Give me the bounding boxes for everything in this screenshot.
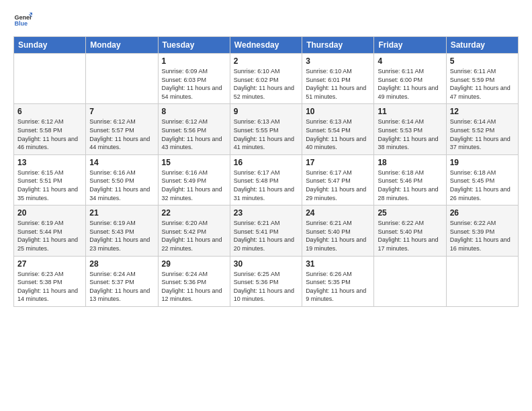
calendar-cell: 6Sunrise: 6:12 AM Sunset: 5:58 PM Daylig… bbox=[14, 104, 86, 154]
day-info: Sunrise: 6:22 AM Sunset: 5:39 PM Dayligh… bbox=[450, 219, 515, 253]
day-number: 15 bbox=[162, 158, 226, 167]
day-number: 20 bbox=[17, 208, 82, 218]
day-info: Sunrise: 6:13 AM Sunset: 5:54 PM Dayligh… bbox=[306, 118, 370, 151]
calendar-cell: 18Sunrise: 6:18 AM Sunset: 5:46 PM Dayli… bbox=[374, 154, 446, 205]
day-info: Sunrise: 6:11 AM Sunset: 6:00 PM Dayligh… bbox=[378, 67, 442, 101]
day-info: Sunrise: 6:22 AM Sunset: 5:40 PM Dayligh… bbox=[378, 219, 442, 253]
weekday-header-wednesday: Wednesday bbox=[230, 37, 302, 54]
day-info: Sunrise: 6:16 AM Sunset: 5:50 PM Dayligh… bbox=[89, 169, 154, 202]
calendar-cell: 22Sunrise: 6:20 AM Sunset: 5:42 PM Dayli… bbox=[158, 205, 230, 256]
calendar-cell: 25Sunrise: 6:22 AM Sunset: 5:40 PM Dayli… bbox=[374, 205, 446, 256]
weekday-header-thursday: Thursday bbox=[302, 37, 374, 54]
day-number: 19 bbox=[450, 158, 515, 167]
day-number: 10 bbox=[306, 107, 370, 116]
calendar-cell bbox=[86, 54, 158, 104]
day-number: 12 bbox=[450, 107, 515, 116]
calendar-cell: 29Sunrise: 6:24 AM Sunset: 5:36 PM Dayli… bbox=[158, 256, 230, 306]
calendar-cell: 17Sunrise: 6:17 AM Sunset: 5:47 PM Dayli… bbox=[302, 154, 374, 205]
calendar-cell: 12Sunrise: 6:14 AM Sunset: 5:52 PM Dayli… bbox=[446, 104, 518, 154]
day-number: 16 bbox=[234, 158, 298, 167]
calendar-table: SundayMondayTuesdayWednesdayThursdayFrid… bbox=[13, 36, 519, 307]
day-number: 4 bbox=[378, 56, 442, 66]
calendar-cell: 9Sunrise: 6:13 AM Sunset: 5:55 PM Daylig… bbox=[230, 104, 302, 154]
day-info: Sunrise: 6:11 AM Sunset: 5:59 PM Dayligh… bbox=[450, 67, 515, 101]
page: General Blue SundayMondayTuesdayWednesda… bbox=[0, 0, 532, 411]
weekday-header-tuesday: Tuesday bbox=[158, 37, 230, 54]
day-number: 24 bbox=[306, 208, 370, 218]
calendar-cell: 7Sunrise: 6:12 AM Sunset: 5:57 PM Daylig… bbox=[86, 104, 158, 154]
day-number: 26 bbox=[450, 208, 515, 218]
day-number: 14 bbox=[89, 158, 154, 167]
calendar-cell: 26Sunrise: 6:22 AM Sunset: 5:39 PM Dayli… bbox=[446, 205, 518, 256]
day-info: Sunrise: 6:24 AM Sunset: 5:37 PM Dayligh… bbox=[89, 270, 154, 304]
day-number: 27 bbox=[17, 259, 82, 269]
calendar-cell: 21Sunrise: 6:19 AM Sunset: 5:43 PM Dayli… bbox=[86, 205, 158, 256]
day-number: 5 bbox=[450, 56, 515, 66]
day-info: Sunrise: 6:21 AM Sunset: 5:41 PM Dayligh… bbox=[234, 219, 298, 253]
week-row-5: 27Sunrise: 6:23 AM Sunset: 5:38 PM Dayli… bbox=[14, 256, 519, 306]
calendar-cell: 13Sunrise: 6:15 AM Sunset: 5:51 PM Dayli… bbox=[14, 154, 86, 205]
day-info: Sunrise: 6:12 AM Sunset: 5:58 PM Dayligh… bbox=[17, 118, 82, 151]
weekday-header-friday: Friday bbox=[374, 37, 446, 54]
week-row-1: 1Sunrise: 6:09 AM Sunset: 6:03 PM Daylig… bbox=[14, 54, 519, 104]
day-info: Sunrise: 6:13 AM Sunset: 5:55 PM Dayligh… bbox=[234, 118, 298, 151]
calendar-cell: 4Sunrise: 6:11 AM Sunset: 6:00 PM Daylig… bbox=[374, 54, 446, 104]
logo-icon: General Blue bbox=[13, 11, 32, 30]
calendar-cell bbox=[446, 256, 518, 306]
day-number: 11 bbox=[378, 107, 442, 116]
day-number: 1 bbox=[162, 56, 226, 66]
day-info: Sunrise: 6:10 AM Sunset: 6:01 PM Dayligh… bbox=[306, 67, 370, 101]
calendar-cell: 27Sunrise: 6:23 AM Sunset: 5:38 PM Dayli… bbox=[14, 256, 86, 306]
week-row-4: 20Sunrise: 6:19 AM Sunset: 5:44 PM Dayli… bbox=[14, 205, 519, 256]
day-info: Sunrise: 6:18 AM Sunset: 5:46 PM Dayligh… bbox=[378, 169, 442, 202]
day-number: 8 bbox=[162, 107, 226, 116]
day-info: Sunrise: 6:26 AM Sunset: 5:35 PM Dayligh… bbox=[306, 270, 370, 304]
header: General Blue bbox=[13, 11, 519, 30]
day-number: 2 bbox=[234, 56, 298, 66]
calendar-cell: 15Sunrise: 6:16 AM Sunset: 5:49 PM Dayli… bbox=[158, 154, 230, 205]
calendar-cell: 31Sunrise: 6:26 AM Sunset: 5:35 PM Dayli… bbox=[302, 256, 374, 306]
svg-text:Blue: Blue bbox=[14, 20, 28, 27]
day-number: 25 bbox=[378, 208, 442, 218]
day-number: 7 bbox=[89, 107, 154, 116]
day-number: 23 bbox=[234, 208, 298, 218]
logo: General Blue bbox=[13, 11, 32, 30]
weekday-header-monday: Monday bbox=[86, 37, 158, 54]
day-info: Sunrise: 6:17 AM Sunset: 5:47 PM Dayligh… bbox=[306, 169, 370, 202]
day-info: Sunrise: 6:10 AM Sunset: 6:02 PM Dayligh… bbox=[234, 67, 298, 101]
calendar-cell: 5Sunrise: 6:11 AM Sunset: 5:59 PM Daylig… bbox=[446, 54, 518, 104]
calendar-cell: 8Sunrise: 6:12 AM Sunset: 5:56 PM Daylig… bbox=[158, 104, 230, 154]
calendar-cell: 3Sunrise: 6:10 AM Sunset: 6:01 PM Daylig… bbox=[302, 54, 374, 104]
day-number: 31 bbox=[306, 259, 370, 269]
day-info: Sunrise: 6:18 AM Sunset: 5:45 PM Dayligh… bbox=[450, 169, 515, 202]
day-number: 6 bbox=[17, 107, 82, 116]
day-info: Sunrise: 6:09 AM Sunset: 6:03 PM Dayligh… bbox=[162, 67, 226, 101]
day-info: Sunrise: 6:14 AM Sunset: 5:52 PM Dayligh… bbox=[450, 118, 515, 151]
calendar-cell: 11Sunrise: 6:14 AM Sunset: 5:53 PM Dayli… bbox=[374, 104, 446, 154]
calendar-cell bbox=[14, 54, 86, 104]
calendar-cell: 1Sunrise: 6:09 AM Sunset: 6:03 PM Daylig… bbox=[158, 54, 230, 104]
day-info: Sunrise: 6:17 AM Sunset: 5:48 PM Dayligh… bbox=[234, 169, 298, 202]
day-info: Sunrise: 6:25 AM Sunset: 5:36 PM Dayligh… bbox=[234, 270, 298, 304]
calendar-cell: 14Sunrise: 6:16 AM Sunset: 5:50 PM Dayli… bbox=[86, 154, 158, 205]
day-info: Sunrise: 6:15 AM Sunset: 5:51 PM Dayligh… bbox=[17, 169, 82, 202]
weekday-header-saturday: Saturday bbox=[446, 37, 518, 54]
day-info: Sunrise: 6:14 AM Sunset: 5:53 PM Dayligh… bbox=[378, 118, 442, 151]
day-number: 28 bbox=[89, 259, 154, 269]
day-info: Sunrise: 6:19 AM Sunset: 5:44 PM Dayligh… bbox=[17, 219, 82, 253]
day-info: Sunrise: 6:23 AM Sunset: 5:38 PM Dayligh… bbox=[17, 270, 82, 304]
calendar-cell: 16Sunrise: 6:17 AM Sunset: 5:48 PM Dayli… bbox=[230, 154, 302, 205]
calendar-cell bbox=[374, 256, 446, 306]
day-number: 13 bbox=[17, 158, 82, 167]
day-number: 17 bbox=[306, 158, 370, 167]
day-info: Sunrise: 6:20 AM Sunset: 5:42 PM Dayligh… bbox=[162, 219, 226, 253]
calendar-cell: 19Sunrise: 6:18 AM Sunset: 5:45 PM Dayli… bbox=[446, 154, 518, 205]
day-info: Sunrise: 6:12 AM Sunset: 5:57 PM Dayligh… bbox=[89, 118, 154, 151]
day-number: 22 bbox=[162, 208, 226, 218]
day-info: Sunrise: 6:21 AM Sunset: 5:40 PM Dayligh… bbox=[306, 219, 370, 253]
day-info: Sunrise: 6:16 AM Sunset: 5:49 PM Dayligh… bbox=[162, 169, 226, 202]
calendar-cell: 23Sunrise: 6:21 AM Sunset: 5:41 PM Dayli… bbox=[230, 205, 302, 256]
calendar-cell: 28Sunrise: 6:24 AM Sunset: 5:37 PM Dayli… bbox=[86, 256, 158, 306]
day-info: Sunrise: 6:24 AM Sunset: 5:36 PM Dayligh… bbox=[162, 270, 226, 304]
week-row-3: 13Sunrise: 6:15 AM Sunset: 5:51 PM Dayli… bbox=[14, 154, 519, 205]
